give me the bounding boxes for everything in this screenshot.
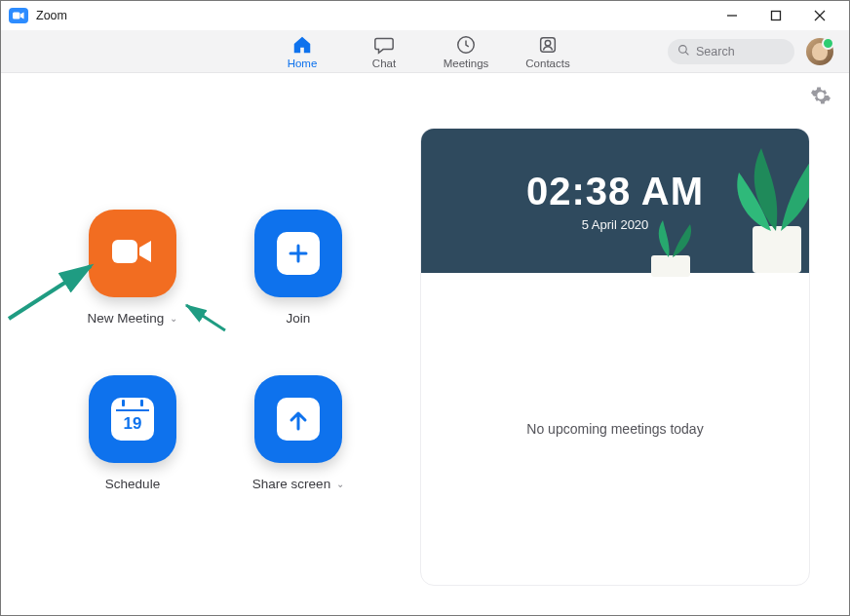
home-icon — [291, 34, 313, 56]
action-label: Schedule — [105, 477, 160, 491]
svg-rect-13 — [753, 226, 801, 273]
tab-label: Meetings — [444, 58, 489, 69]
tab-home[interactable]: Home — [278, 30, 327, 72]
svg-rect-10 — [112, 240, 137, 263]
svg-point-7 — [545, 40, 551, 46]
plant-decoration-icon — [727, 129, 810, 273]
chevron-down-icon[interactable]: ⌄ — [170, 313, 177, 324]
titlebar: Zoom — [1, 1, 849, 30]
tab-label: Chat — [372, 58, 396, 69]
new-meeting-button[interactable] — [89, 210, 176, 297]
calendar-day: 19 — [124, 414, 142, 434]
action-join: Join — [254, 210, 342, 375]
action-schedule: 19 Schedule — [89, 375, 176, 541]
chevron-down-icon[interactable]: ⌄ — [336, 479, 344, 489]
avatar-face — [812, 43, 828, 60]
plus-icon — [277, 232, 320, 275]
share-screen-button[interactable] — [254, 375, 342, 463]
contacts-icon — [537, 34, 559, 56]
search-input[interactable]: Search — [668, 39, 794, 64]
tab-chat[interactable]: Chat — [360, 30, 408, 72]
action-label: New Meeting — [88, 311, 165, 326]
no-meetings-text: No upcoming meetings today — [526, 421, 703, 437]
close-button[interactable] — [797, 1, 841, 30]
svg-point-8 — [679, 45, 687, 53]
tab-meetings[interactable]: Meetings — [442, 30, 490, 72]
svg-rect-0 — [13, 13, 20, 19]
action-label: Share screen — [252, 477, 330, 491]
clock-hero: 02:38 AM 5 April 2020 — [421, 129, 809, 273]
join-button[interactable] — [254, 210, 342, 297]
clock-icon — [455, 34, 477, 56]
schedule-button[interactable]: 19 — [89, 375, 176, 463]
window-controls — [710, 1, 841, 30]
zoom-app-icon — [9, 8, 28, 23]
action-share-screen: Share screen ⌄ — [252, 375, 344, 541]
toolbar: Home Chat Meetings Contacts — [1, 30, 849, 73]
window-title: Zoom — [36, 9, 67, 22]
actions-panel: New Meeting ⌄ Join — [1, 73, 420, 615]
svg-line-9 — [685, 52, 688, 55]
zoom-window: Zoom Home C — [0, 0, 850, 616]
tab-contacts[interactable]: Contacts — [523, 30, 572, 72]
search-placeholder: Search — [696, 45, 735, 58]
video-icon — [110, 236, 155, 271]
action-label: Join — [287, 311, 311, 326]
settings-button[interactable] — [810, 85, 831, 106]
maximize-button[interactable] — [753, 1, 797, 30]
action-new-meeting: New Meeting ⌄ — [88, 210, 178, 375]
clock-date: 5 April 2020 — [582, 217, 649, 232]
calendar-icon: 19 — [111, 398, 154, 441]
svg-rect-2 — [771, 12, 780, 20]
info-panel: 02:38 AM 5 April 2020 No upcoming meetin… — [420, 128, 810, 586]
info-panel-wrap: 02:38 AM 5 April 2020 No upcoming meetin… — [420, 73, 849, 615]
svg-rect-14 — [651, 255, 690, 277]
tab-label: Home — [288, 58, 318, 69]
avatar[interactable] — [806, 38, 833, 65]
arrow-up-icon — [277, 398, 320, 441]
chat-icon — [373, 34, 395, 56]
clock-time: 02:38 AM — [526, 170, 704, 213]
tab-label: Contacts — [525, 58, 569, 69]
search-icon — [677, 44, 690, 59]
main-tabs: Home Chat Meetings Contacts — [278, 30, 572, 72]
content: New Meeting ⌄ Join — [1, 73, 849, 615]
minimize-button[interactable] — [710, 1, 753, 30]
meetings-status-area: No upcoming meetings today — [421, 273, 809, 585]
